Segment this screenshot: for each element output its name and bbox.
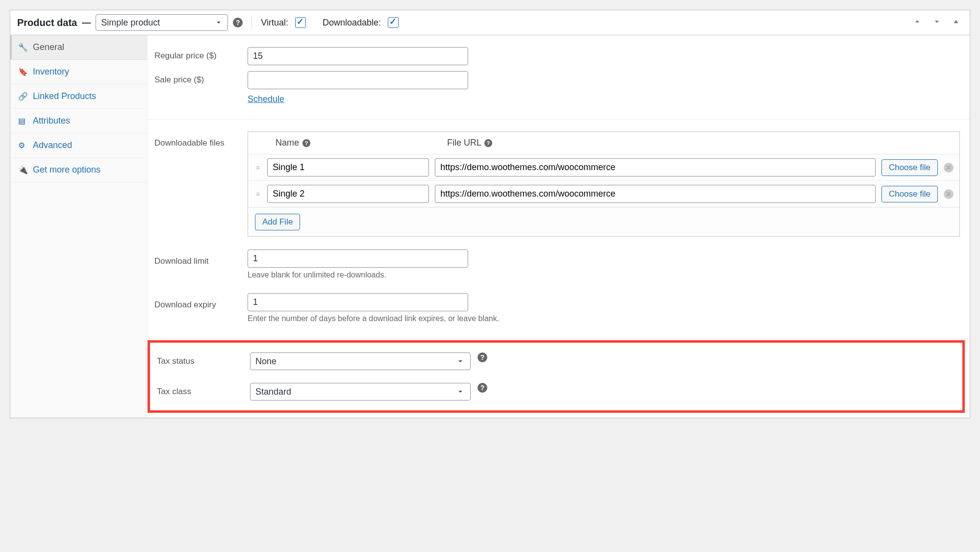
downloadable-files-table: Name ? File URL ? ≡ Choose file ✕ [248,131,960,237]
drag-handle-icon[interactable]: ≡ [253,190,267,198]
tax-class-select[interactable]: Standard [250,383,471,401]
file-name-input[interactable] [267,185,429,203]
divider [251,16,252,29]
tab-label: Get more options [33,165,101,175]
choose-file-button[interactable]: Choose file [881,186,938,202]
move-up-button[interactable] [910,15,925,30]
regular-price-input[interactable] [248,47,468,65]
help-icon[interactable]: ? [302,139,310,147]
link-icon: 🔗 [18,92,27,101]
pricing-group: Regular price ($) Sale price ($) Schedul… [148,35,970,120]
delete-row-icon[interactable]: ✕ [944,189,954,199]
col-name-header: Name [276,138,299,148]
file-url-input[interactable] [435,158,876,176]
download-limit-row: Download limit Leave blank for unlimited… [148,247,970,282]
plug-icon: 🔌 [18,165,27,175]
downloadable-files-label: Downloadable files [154,131,248,148]
regular-price-label: Regular price ($) [154,47,248,61]
file-row: ≡ Choose file ✕ [248,154,959,181]
sale-price-input[interactable] [248,71,468,89]
help-icon[interactable]: ? [477,352,487,362]
tax-class-row: Tax class Standard ? [150,380,962,403]
tax-highlight: Tax status None ? Tax class Standard [148,340,965,413]
tax-class-label: Tax class [157,383,250,397]
download-expiry-input[interactable] [248,293,468,311]
gear-icon: ⚙ [18,141,27,150]
download-expiry-row: Download expiry Enter the number of days… [148,290,970,326]
table-header: Name ? File URL ? [248,132,959,154]
sale-price-row: Sale price ($) Schedule [148,68,970,107]
panel-title: Product data [17,17,77,28]
virtual-checkbox[interactable] [295,17,306,28]
product-type-select[interactable]: Simple product [96,14,228,31]
delete-row-icon[interactable]: ✕ [944,163,954,173]
collapse-triangle-icon [952,18,960,25]
file-row: ≡ Choose file ✕ [248,181,959,207]
regular-price-row: Regular price ($) [148,44,970,68]
virtual-label: Virtual: [261,18,288,28]
tab-inventory[interactable]: 🔖 Inventory [10,60,147,84]
downloadable-label: Downloadable: [323,18,381,28]
choose-file-button[interactable]: Choose file [881,159,938,176]
download-limit-label: Download limit [154,250,248,266]
tab-general[interactable]: 🔧 General [10,35,147,60]
help-icon[interactable]: ? [233,18,243,27]
schedule-link[interactable]: Schedule [248,94,284,104]
table-footer: Add File [248,207,959,236]
tab-label: General [33,42,64,52]
download-expiry-label: Download expiry [154,293,248,310]
tab-advanced[interactable]: ⚙ Advanced [10,133,147,158]
downloadable-checkbox[interactable] [388,17,399,28]
chevron-up-icon [913,17,922,26]
tab-linked-products[interactable]: 🔗 Linked Products [10,84,147,109]
download-expiry-hint: Enter the number of days before a downlo… [248,314,499,323]
tag-icon: 🔖 [18,67,27,76]
tab-label: Advanced [33,140,72,151]
downloads-group: Downloadable files Name ? File URL ? ≡ [148,120,970,338]
download-limit-hint: Leave blank for unlimited re-downloads. [248,271,468,279]
tax-status-label: Tax status [157,352,250,366]
help-icon[interactable]: ? [484,139,492,147]
list-icon: ▤ [18,116,27,125]
product-data-metabox: Product data — Simple product ? Virtual:… [10,10,970,418]
tab-label: Linked Products [33,91,96,101]
file-url-input[interactable] [435,185,876,203]
drag-handle-icon[interactable]: ≡ [253,164,267,172]
file-name-input[interactable] [267,158,429,176]
tax-status-row: Tax status None ? [150,350,962,373]
add-file-button[interactable]: Add File [255,214,300,230]
tab-attributes[interactable]: ▤ Attributes [10,109,147,133]
download-limit-input[interactable] [248,250,468,268]
product-data-tabs: 🔧 General 🔖 Inventory 🔗 Linked Products … [10,35,148,418]
tax-status-select[interactable]: None [250,352,471,370]
tab-label: Attributes [33,116,70,126]
title-dash: — [82,18,91,28]
sale-price-label: Sale price ($) [154,71,248,85]
toggle-panel-button[interactable] [949,16,963,29]
move-down-button[interactable] [930,15,944,30]
tab-get-more-options[interactable]: 🔌 Get more options [10,158,147,182]
col-url-header: File URL [447,138,481,148]
general-panel: Regular price ($) Sale price ($) Schedul… [148,35,970,418]
tab-label: Inventory [33,67,69,77]
panel-body: 🔧 General 🔖 Inventory 🔗 Linked Products … [10,35,970,418]
help-icon[interactable]: ? [477,383,487,393]
wrench-icon: 🔧 [18,43,27,52]
metabox-header: Product data — Simple product ? Virtual:… [10,10,970,35]
chevron-down-icon [932,17,941,26]
